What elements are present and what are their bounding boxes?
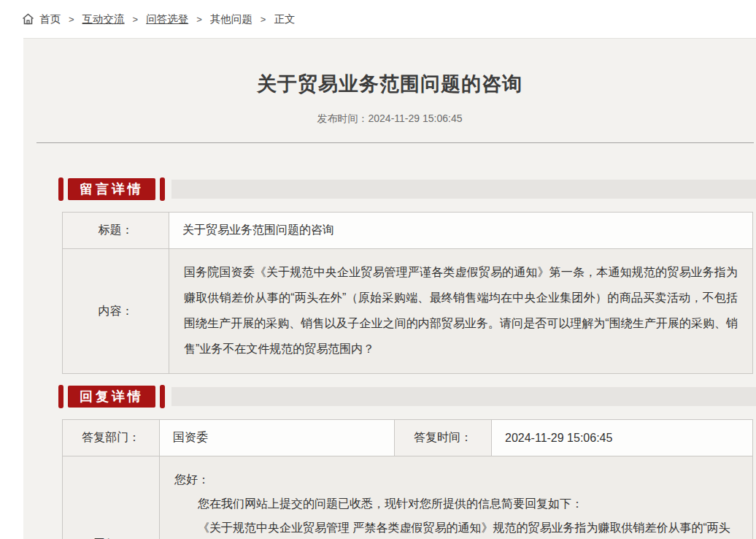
page: 首页 > 互动交流 > 问答选登 > 其他问题 > 正文 关于贸易业务范围问题的… [0,0,756,539]
reply-body: 您好： 您在我们网站上提交的问题已收悉，现针对您所提供的信息简要回复如下： 《关… [174,467,738,539]
breadcrumb-separator: > [69,14,74,25]
breadcrumb-item-home[interactable]: 首页 [39,12,61,26]
message-title-label: 标题： [63,213,169,249]
page-title: 关于贸易业务范围问题的咨询 [23,71,756,97]
ribbon-right-bar [160,177,165,201]
table-row: 内容： 国务院国资委《关于规范中央企业贸易管理严谨各类虚假贸易的通知》第一条，本… [63,249,753,374]
message-content-value: 国务院国资委《关于规范中央企业贸易管理严谨各类虚假贸易的通知》第一条，本通知规范… [169,249,753,374]
breadcrumb-item-interaction[interactable]: 互动交流 [82,12,125,26]
message-title-value: 关于贸易业务范围问题的咨询 [169,213,753,249]
breadcrumb-separator: > [196,14,202,25]
reply-paragraph: 《关于规范中央企业贸易管理 严禁各类虚假贸易的通知》规范的贸易业务指为赚取供销差… [174,516,738,539]
breadcrumb-separator: > [133,14,139,25]
message-detail-table: 标题： 关于贸易业务范围问题的咨询 内容： 国务院国资委《关于规范中央企业贸易管… [62,212,753,374]
publish-time-label: 发布时间： [317,112,369,124]
table-row: 标题： 关于贸易业务范围问题的咨询 [63,213,753,249]
reply-section-title: 回复详情 [68,386,155,408]
breadcrumb-separator: > [261,14,266,25]
reply-time-value: 2024-11-29 15:06:45 [492,420,753,456]
content-card: 关于贸易业务范围问题的咨询 发布时间：2024-11-29 15:06:45 留… [23,38,756,539]
ribbon-left-bar [58,385,63,408]
message-section-title: 留言详情 [68,178,155,200]
reply-dept-label: 答复部门： [63,420,160,456]
publish-time-value: 2024-11-29 15:06:45 [369,112,463,124]
breadcrumb-item-other[interactable]: 其他问题 [210,12,252,26]
message-section-header: 留言详情 [58,177,756,201]
ribbon-strip [171,387,756,406]
reply-detail-table: 答复部门： 国资委 答复时间： 2024-11-29 15:06:45 回复： … [62,419,753,539]
ribbon-strip [171,180,756,199]
ribbon-right-bar [160,385,165,408]
table-row: 回复： 您好： 您在我们网站上提交的问题已收悉，现针对您所提供的信息简要回复如下… [63,456,753,539]
reply-paragraph: 您好： [174,467,738,492]
breadcrumb-item-qa[interactable]: 问答选登 [146,12,188,26]
reply-dept-value: 国资委 [160,420,395,456]
breadcrumb-item-current: 正文 [274,12,295,26]
ribbon-left-bar [58,177,63,201]
reply-paragraph: 您在我们网站上提交的问题已收悉，现针对您所提供的信息简要回复如下： [174,492,738,516]
home-icon [22,13,34,25]
reply-section-header: 回复详情 [58,385,756,408]
publish-time: 发布时间：2024-11-29 15:06:45 [23,112,756,126]
reply-label: 回复： [63,456,160,539]
breadcrumb: 首页 > 互动交流 > 问答选登 > 其他问题 > 正文 [0,0,756,38]
reply-content: 您好： 您在我们网站上提交的问题已收悉，现针对您所提供的信息简要回复如下： 《关… [160,456,753,539]
message-content-label: 内容： [63,249,169,374]
reply-time-label: 答复时间： [395,420,492,456]
table-row: 答复部门： 国资委 答复时间： 2024-11-29 15:06:45 [63,420,753,456]
divider [36,142,754,143]
